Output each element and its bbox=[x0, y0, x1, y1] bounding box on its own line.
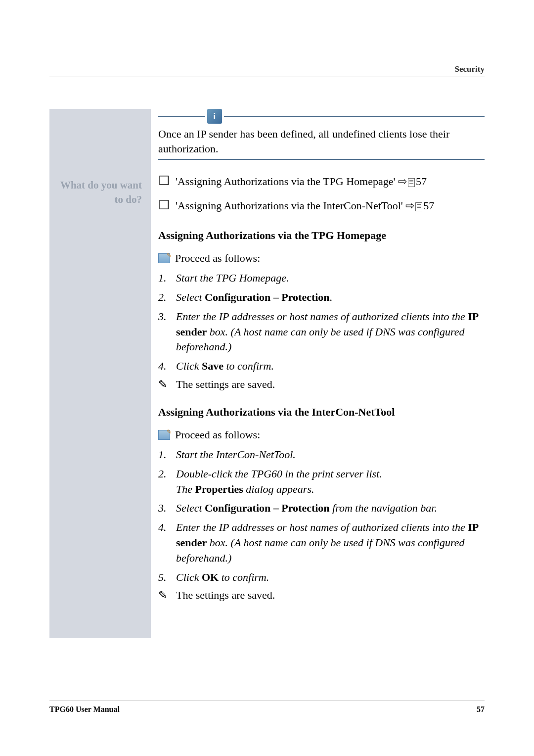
page-footer: TPG60 User Manual 57 bbox=[49, 701, 485, 714]
page-ref-icon bbox=[415, 202, 422, 211]
list-item: 3. Enter the IP addresses or host names … bbox=[158, 309, 485, 355]
list-item: 2. Select Configuration – Protection. bbox=[158, 290, 485, 305]
step-list: 1. Start the InterCon-NetTool. 2. Double… bbox=[158, 447, 485, 585]
info-icon bbox=[207, 109, 222, 124]
list-item: 3. Select Configuration – Protection fro… bbox=[158, 501, 485, 516]
section-heading: Assigning Authorizations via the InterCo… bbox=[158, 406, 485, 419]
result-line: ✎ The settings are saved. bbox=[158, 589, 485, 602]
checkbox-icon: ☐ bbox=[158, 172, 170, 190]
section-header: Security bbox=[455, 64, 485, 74]
info-callout: Once an IP sender has been defined, all … bbox=[158, 109, 485, 160]
section-heading: Assigning Authorizations via the TPG Hom… bbox=[158, 229, 485, 242]
callout-text: Once an IP sender has been defined, all … bbox=[158, 127, 485, 156]
list-item: 2. Double-click the TPG60 in the print s… bbox=[158, 467, 485, 497]
header-rule bbox=[49, 77, 485, 77]
step-list: 1. Start the TPG Homepage. 2. Select Con… bbox=[158, 271, 485, 374]
footer-page-number: 57 bbox=[477, 705, 485, 714]
result-icon: ✎ bbox=[158, 589, 176, 602]
checkbox-item: ☐ 'Assigning Authorizations via the TPG … bbox=[158, 172, 485, 190]
result-line: ✎ The settings are saved. bbox=[158, 378, 485, 391]
checkbox-icon: ☐ bbox=[158, 196, 170, 214]
proceed-line: Proceed as follows: bbox=[158, 428, 485, 441]
footer-manual-title: TPG60 User Manual bbox=[49, 705, 120, 714]
checkbox-item: ☐ 'Assigning Authorizations via the Inte… bbox=[158, 196, 485, 214]
proceed-icon bbox=[158, 430, 170, 440]
list-item: 4. Click Save to confirm. bbox=[158, 359, 485, 374]
task-checkbox-list: ☐ 'Assigning Authorizations via the TPG … bbox=[158, 172, 485, 214]
proceed-line: Proceed as follows: bbox=[158, 252, 485, 265]
page-ref-icon bbox=[408, 178, 415, 187]
proceed-icon bbox=[158, 253, 170, 263]
list-item: 4. Enter the IP addresses or host names … bbox=[158, 520, 485, 566]
list-item: 1. Start the TPG Homepage. bbox=[158, 271, 485, 286]
list-item: 5. Click OK to confirm. bbox=[158, 570, 485, 585]
list-item: 1. Start the InterCon-NetTool. bbox=[158, 447, 485, 463]
sidebar-label: What do you want to do? bbox=[49, 178, 146, 207]
result-icon: ✎ bbox=[158, 378, 176, 391]
